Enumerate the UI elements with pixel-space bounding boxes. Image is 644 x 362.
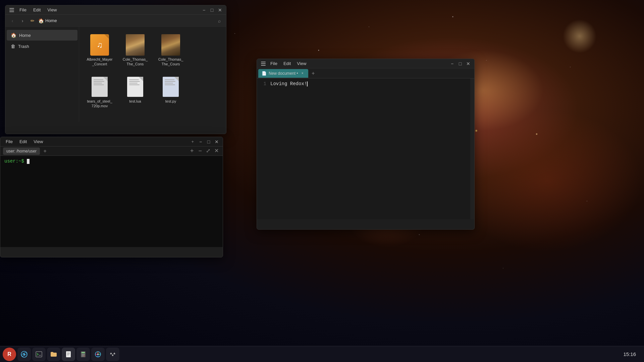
image1-file-icon <box>124 34 146 56</box>
fm-toolbar: ‹ › ✏ 🏠 Home ⌕ <box>5 15 226 27</box>
terminal-menu-file[interactable]: File <box>3 138 15 145</box>
fm-menu-edit[interactable]: Edit <box>31 7 43 13</box>
editor-minimize-button[interactable]: − <box>449 60 455 67</box>
editor-tabs: 📄 New document • × + <box>257 68 474 78</box>
video-icon-visual <box>92 77 108 97</box>
svg-rect-25 <box>113 354 114 354</box>
file-name: tears_of_steel_720p.mov <box>87 99 113 109</box>
taskbar-orbital-icon[interactable] <box>17 348 31 361</box>
editor-menu-edit[interactable]: Edit <box>281 60 293 67</box>
taskbar-redox-button[interactable]: R <box>3 348 16 361</box>
python-file-icon <box>160 76 181 98</box>
python-icon-visual <box>163 77 179 97</box>
file-name: test.lua <box>129 99 141 104</box>
list-item[interactable]: Cole_Thomas_The_Cons <box>120 32 150 69</box>
editor-tab-1[interactable]: 📄 New document • × <box>258 69 308 78</box>
svg-rect-24 <box>114 353 115 353</box>
editor-hamburger-menu[interactable] <box>260 60 267 67</box>
sidebar-item-trash[interactable]: 🗑 Trash <box>7 41 77 52</box>
trash-icon: 🗑 <box>11 44 15 49</box>
taskbar-apps: R <box>3 348 119 361</box>
image2-visual <box>161 34 180 56</box>
game-svg-icon <box>109 351 116 358</box>
fm-menu-view[interactable]: View <box>45 7 59 13</box>
file-name: Albrecht_Mayer_Concert <box>87 57 113 67</box>
svg-rect-21 <box>110 354 110 354</box>
svg-rect-20 <box>111 353 111 353</box>
taskbar: R <box>0 346 644 362</box>
taskbar-files-icon[interactable] <box>47 348 60 361</box>
fm-maximize-button[interactable]: □ <box>209 7 215 13</box>
fm-content: ♫ Albrecht_Mayer_Concert Cole_Thomas_The… <box>79 27 226 122</box>
music-icon-visual: ♫ <box>90 34 109 56</box>
editor-tab-label: New document • <box>269 71 298 76</box>
hamburger-menu[interactable] <box>8 7 15 13</box>
fm-edit-button[interactable]: ✏ <box>28 16 37 25</box>
fm-back-button[interactable]: ‹ <box>8 16 17 25</box>
editor-body[interactable]: 1 Loving Redox! <box>257 78 474 219</box>
fm-search-button[interactable]: ⌕ <box>215 17 223 25</box>
editor-line-number-1: 1 <box>260 81 266 86</box>
editor-close-button[interactable]: ✕ <box>465 60 472 67</box>
terminal-close-button[interactable]: ✕ <box>213 138 220 145</box>
file-name: Cole_Thomas_The_Cons <box>122 57 148 67</box>
svg-point-12 <box>83 354 84 355</box>
terminal-tab-1[interactable]: user: /home/user <box>3 147 40 155</box>
list-item[interactable]: tears_of_steel_720p.mov <box>85 74 115 111</box>
image2-thumbnail <box>161 34 180 56</box>
editor-menu-file[interactable]: File <box>268 60 280 67</box>
taskbar-game-icon[interactable] <box>106 348 119 361</box>
taskbar-terminal-icon[interactable] <box>32 348 46 361</box>
fm-close-button[interactable]: ✕ <box>217 7 223 13</box>
terminal-add-tab-button[interactable]: + <box>41 147 49 155</box>
terminal-menu-edit[interactable]: Edit <box>17 138 30 145</box>
editor-maximize-button[interactable]: □ <box>457 60 464 67</box>
terminal-maximize-button[interactable]: □ <box>205 138 212 145</box>
terminal-minimize-tab[interactable]: − <box>197 147 203 155</box>
list-item[interactable]: test.py <box>156 74 186 111</box>
lua-icon-visual <box>127 77 143 97</box>
fm-path: 🏠 Home <box>38 18 57 23</box>
terminal-expand-tab[interactable]: ⤢ <box>205 147 212 155</box>
taskbar-editor-icon[interactable] <box>62 348 75 361</box>
terminal-tab-add[interactable]: + <box>189 138 196 145</box>
fm-body: 🏠 Home 🗑 Trash ♫ Albrecht_Mayer_Concert <box>5 27 226 122</box>
editor-add-tab-button[interactable]: + <box>310 70 317 77</box>
terminal-new-tab-plus[interactable]: + <box>188 147 196 155</box>
list-item[interactable]: test.lua <box>120 74 150 111</box>
taskbar-photos-icon[interactable] <box>91 348 105 361</box>
sidebar-trash-label: Trash <box>18 44 29 49</box>
editor-scrollbar[interactable] <box>470 78 474 219</box>
music-file-icon: ♫ <box>89 34 110 56</box>
file-manager-menubar: File Edit View − □ ✕ <box>5 5 226 15</box>
editor-menu-view[interactable]: View <box>294 60 309 67</box>
terminal-menu-view[interactable]: View <box>31 138 46 145</box>
editor-tab-close-button[interactable]: × <box>300 71 305 76</box>
terminal-body[interactable]: user:~$ <box>0 156 223 247</box>
fm-minimize-button[interactable]: − <box>201 7 207 13</box>
editor-line-1: 1 Loving Redox! <box>260 81 472 86</box>
taskbar-calculator-icon[interactable] <box>76 348 90 361</box>
list-item[interactable]: Cole_Thomas_The_Cours <box>156 32 186 69</box>
editor-tab-icon: 📄 <box>262 71 267 76</box>
svg-point-13 <box>84 354 85 355</box>
file-manager-window: File Edit View − □ ✕ ‹ › ✏ 🏠 Home ⌕ 🏠 Ho… <box>5 5 226 134</box>
list-item[interactable]: ♫ Albrecht_Mayer_Concert <box>85 32 115 69</box>
fm-sidebar: 🏠 Home 🗑 Trash <box>5 27 79 122</box>
video-file-icon <box>89 76 110 98</box>
terminal-minimize-button[interactable]: − <box>197 138 204 145</box>
sidebar-item-home[interactable]: 🏠 Home <box>7 30 77 41</box>
svg-rect-26 <box>115 354 115 354</box>
terminal-close-tab[interactable]: ✕ <box>213 147 220 155</box>
fm-forward-button[interactable]: › <box>18 16 27 25</box>
file-name: test.py <box>165 99 176 104</box>
home-path-icon: 🏠 <box>38 18 44 23</box>
calc-svg-icon <box>79 351 87 358</box>
terminal-tabs: user: /home/user + + − ⤢ ✕ <box>0 146 223 156</box>
file-name: Cole_Thomas_The_Cours <box>158 57 184 67</box>
photos-svg-icon <box>94 351 102 358</box>
image1-thumbnail <box>126 34 145 56</box>
editor-line-content-1: Loving Redox! <box>270 81 308 86</box>
home-icon: 🏠 <box>11 33 16 38</box>
fm-menu-file[interactable]: File <box>17 7 29 13</box>
